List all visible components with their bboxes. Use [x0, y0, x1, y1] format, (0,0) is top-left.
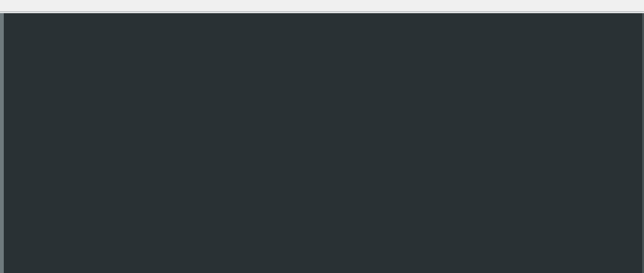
tab-bar [0, 0, 644, 12]
notepad-editor-window [0, 0, 644, 273]
left-edge-strip [0, 13, 4, 273]
fold-margin [0, 13, 644, 273]
right-edge-strip [642, 13, 644, 273]
code-editor[interactable] [0, 13, 644, 273]
